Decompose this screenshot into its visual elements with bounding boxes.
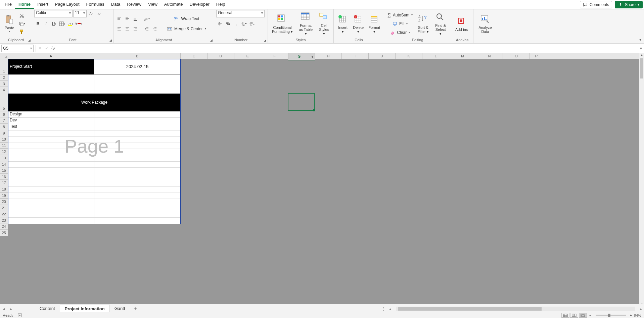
name-box[interactable]: G5 [1,45,34,52]
increase-decimal-button[interactable]: .0.00 [240,20,248,28]
alignment-group-label: Alignment [116,37,212,43]
increase-indent-button[interactable] [151,25,158,33]
decrease-indent-button[interactable] [143,25,150,33]
chevron-down-icon: ▾ [9,30,10,33]
svg-text:.0: .0 [249,24,251,26]
font-group-label: Font [34,37,111,43]
merge-center-button[interactable]: Merge & Center ▾ [166,25,208,33]
accounting-format-button[interactable]: $▾ [216,20,224,28]
styles-group-label: Styles [270,37,331,43]
font-dialog-launcher[interactable]: ◢ [109,39,112,42]
addins-button[interactable]: Add-ins [453,15,470,32]
number-format-select[interactable]: General [216,10,265,17]
wrap-text-button[interactable]: abc Wrap Text [166,15,208,22]
menu-tab-data[interactable]: Data [108,0,124,9]
enter-formula-button[interactable]: ✓ [43,45,50,52]
expand-formula-bar-button[interactable]: ▾ [638,46,644,51]
menu-tab-view[interactable]: View [145,0,161,9]
font-name-select[interactable]: Calibri [34,10,73,17]
conditional-formatting-button[interactable]: Conditional Formatting ▾ [270,13,295,34]
group-font: Calibri 11 Aˆ Aˇ B I U▾ ▾ ▾ A▾ Font ◢ [32,9,113,43]
format-table-icon [301,12,311,23]
svg-text:c: c [174,19,175,21]
svg-rect-7 [20,30,23,32]
font-color-button[interactable]: A▾ [75,20,82,28]
fill-button[interactable]: Fill▾ [386,20,414,28]
bold-button[interactable]: B [34,20,42,28]
svg-rect-83 [460,19,462,22]
comma-fmt-button[interactable]: , [232,20,240,28]
format-as-table-button[interactable]: Format as Table ▾ [296,11,315,36]
insert-cells-label: Insert▾ [338,25,348,34]
menu-tab-review[interactable]: Review [124,0,145,9]
paste-icon [4,14,15,25]
delete-cells-button[interactable]: × Delete▾ [351,13,365,34]
copy-button[interactable]: ▾ [18,20,26,28]
fill-color-button[interactable]: ▾ [66,20,74,28]
formula-input[interactable] [57,45,638,52]
svg-text:×: × [355,15,356,18]
decrease-decimal-button[interactable]: .00.0 [248,20,256,28]
addins-icon [456,16,467,27]
borders-button[interactable]: ▾ [58,20,66,28]
decrease-font-button[interactable]: Aˇ [95,10,103,17]
format-cells-button[interactable]: Format▾ [367,13,382,34]
comments-button[interactable]: Comments [580,1,612,8]
sort-filter-button[interactable]: AZ Sort & Filter ▾ [415,13,431,34]
alignment-dialog-launcher[interactable]: ◢ [210,39,213,42]
clear-label: Clear [397,30,407,35]
analyze-data-button[interactable]: Analyze Data [475,13,495,34]
ribbon-collapse-button[interactable]: ▾ [639,37,641,42]
clipboard-dialog-launcher[interactable]: ◢ [28,39,31,42]
increase-font-button[interactable]: Aˆ [87,10,95,17]
font-size-select[interactable]: 11 [73,10,87,17]
editing-group-label: Editing [386,37,449,43]
cut-button[interactable] [18,12,26,19]
menu-tab-developer[interactable]: Developer [186,0,213,9]
underline-button[interactable]: U▾ [50,20,58,28]
format-table-label: Format as Table ▾ [298,23,313,36]
menu-tab-page-layout[interactable]: Page Layout [52,0,83,9]
svg-rect-1 [7,15,9,16]
menu-tab-help[interactable]: Help [213,0,229,9]
italic-button[interactable]: I [42,20,50,28]
align-right-button[interactable] [132,25,139,33]
cell-styles-button[interactable]: Cell Styles ▾ [317,11,331,36]
menu-tab-insert[interactable]: Insert [34,0,52,9]
menu-tab-formulas[interactable]: Formulas [83,0,108,9]
autosum-button[interactable]: ∑AutoSum▾ [386,11,414,19]
orientation-button[interactable]: ab▾ [143,15,150,22]
align-bottom-button[interactable] [132,15,139,22]
svg-text:.0: .0 [241,22,243,24]
menu-tab-automate[interactable]: Automate [161,0,186,9]
insert-function-button[interactable]: fx▾ [50,45,57,52]
addins-group-label: Add-ins [453,37,471,43]
svg-rect-8 [21,32,22,34]
menu-tab-home[interactable]: Home [15,0,34,9]
menu-tabbar: FileHomeInsertPage LayoutFormulasDataRev… [0,0,644,9]
find-select-button[interactable]: Find & Select ▾ [432,11,449,36]
svg-rect-74 [371,16,377,17]
fill-label: Fill [399,21,404,26]
percent-fmt-button[interactable]: % [224,20,232,28]
align-middle-button[interactable] [124,15,131,22]
svg-text:Z: Z [418,18,420,22]
format-cells-icon [369,14,380,25]
svg-text:+: + [339,15,341,18]
paste-button[interactable]: Paste ▾ [2,14,17,34]
sort-filter-label: Sort & Filter ▾ [417,25,429,34]
cancel-formula-button[interactable]: ✕ [37,45,43,52]
insert-cells-button[interactable]: + Insert▾ [336,13,350,34]
align-top-button[interactable] [116,15,123,22]
align-center-button[interactable] [124,25,131,33]
format-painter-button[interactable] [18,28,26,36]
svg-rect-85 [482,18,483,20]
clear-button[interactable]: Clear▾ [386,29,414,36]
align-left-button[interactable] [116,25,123,33]
number-dialog-launcher[interactable]: ◢ [264,39,266,42]
group-styles: Conditional Formatting ▾ Format as Table… [268,9,334,43]
cell-styles-label: Cell Styles ▾ [319,23,329,36]
group-number: General $▾ % , .0.00 .00.0 Number ◢ [214,9,268,43]
menu-tab-file[interactable]: File [1,0,15,9]
share-button[interactable]: Share ▾ [615,1,643,8]
